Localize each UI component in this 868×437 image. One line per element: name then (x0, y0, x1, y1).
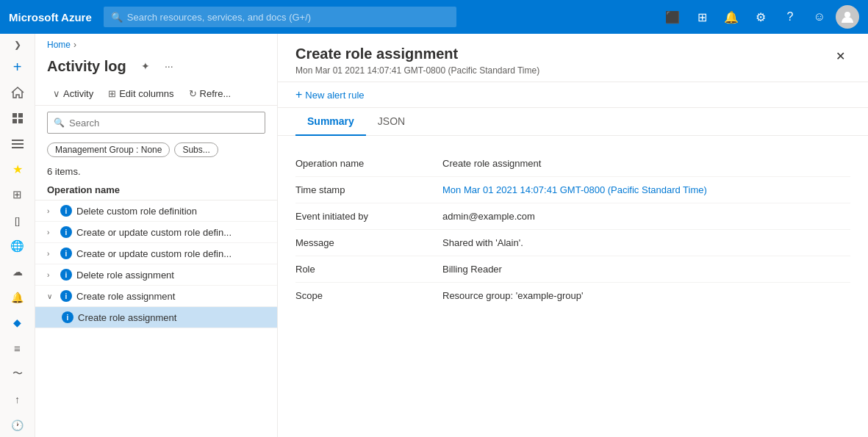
sidebar-diamond[interactable]: ◆ (3, 311, 32, 335)
chevron-icon: › (47, 228, 56, 236)
refresh-btn[interactable]: ↻ Refre... (183, 85, 237, 102)
sidebar-clock[interactable]: 🕐 (3, 413, 32, 437)
main-layout: ❯ + ★ ⊞ [] 🌐 ☁ 🔔 ◆ ≡ 〜 ↑ 🕐 Home › Activi… (0, 34, 868, 437)
sidebar-cloud[interactable]: ☁ (3, 259, 32, 283)
bell-icon[interactable]: 🔔 (718, 4, 745, 30)
list-item-selected[interactable]: i Create role assignment (35, 307, 277, 328)
table-row: Message Shared with 'Alain'. (295, 230, 850, 256)
svg-rect-7 (12, 147, 24, 148)
svg-rect-3 (12, 119, 17, 123)
sidebar-globe[interactable]: 🌐 (3, 234, 32, 259)
filter-tags: Management Group : None Subs... (35, 140, 277, 163)
tab-json[interactable]: JSON (366, 108, 417, 136)
terminal-icon[interactable]: ⬛ (659, 4, 686, 30)
field-label: Role (295, 256, 442, 283)
breadcrumb-separator: › (73, 40, 76, 50)
list-item[interactable]: › i Create or update custom role defin..… (35, 243, 277, 264)
app-brand: Microsoft Azure (9, 11, 92, 24)
info-icon: i (60, 205, 72, 217)
panel-title: Activity log (47, 58, 126, 75)
field-value: Billing Reader (442, 256, 850, 283)
item-text: Delete role assignment (76, 270, 265, 281)
close-button[interactable]: ✕ (830, 46, 850, 66)
filter-tag-mgmt[interactable]: Management Group : None (47, 142, 170, 157)
search-bar[interactable]: 🔍 (47, 112, 265, 134)
refresh-label: Refre... (200, 88, 232, 99)
feedback-icon[interactable]: ☺ (806, 4, 833, 30)
alert-rule-label: New alert rule (305, 90, 364, 101)
search-icon: 🔍 (111, 12, 123, 23)
table-row: Role Billing Reader (295, 256, 850, 283)
activity-log-panel: Home › Activity log ✦ ··· ∨ Activity ⊞ E… (35, 34, 278, 437)
list-item[interactable]: › i Create or update custom role defin..… (35, 222, 277, 243)
breadcrumb: Home › (35, 34, 277, 53)
detail-title: Create role assignment (295, 46, 539, 62)
pin-icon[interactable]: ✦ (135, 56, 156, 76)
table-row: Time stamp Mon Mar 01 2021 14:07:41 GMT-… (295, 177, 850, 203)
info-icon: i (60, 226, 72, 238)
list-item[interactable]: › i Delete role assignment (35, 264, 277, 286)
item-text: Delete custom role definition (76, 206, 265, 217)
sidebar-grid[interactable]: ⊞ (3, 183, 32, 207)
new-alert-rule-btn[interactable]: + New alert rule (278, 82, 868, 108)
item-text: Create or update custom role defin... (76, 227, 265, 238)
field-label: Scope (295, 283, 442, 309)
top-navigation: Microsoft Azure 🔍 ⬛ ⊞ 🔔 ⚙ ? ☺ (0, 0, 868, 34)
panel-header: Activity log ✦ ··· (35, 53, 277, 82)
tab-summary[interactable]: Summary (295, 108, 366, 136)
item-text: Create role assignment (76, 291, 265, 302)
info-icon: i (62, 311, 73, 323)
column-header: Operation name (35, 180, 277, 201)
edit-columns-label: Edit columns (119, 88, 173, 99)
global-search-input[interactable] (127, 12, 449, 23)
detail-title-group: Create role assignment Mon Mar 01 2021 1… (295, 46, 539, 76)
item-text: Create or update custom role defin... (76, 248, 265, 259)
sidebar-favorites[interactable]: ★ (3, 157, 32, 181)
more-icon[interactable]: ··· (159, 56, 179, 76)
svg-point-0 (844, 12, 850, 18)
global-search-container[interactable]: 🔍 (104, 7, 456, 27)
field-label: Message (295, 230, 442, 256)
field-value: Shared with 'Alain'. (442, 230, 850, 256)
help-icon[interactable]: ? (777, 4, 803, 30)
sidebar: ❯ + ★ ⊞ [] 🌐 ☁ 🔔 ◆ ≡ 〜 ↑ 🕐 (0, 34, 35, 437)
nav-icon-group: ⬛ ⊞ 🔔 ⚙ ? ☺ (659, 4, 859, 30)
list-item-expanded[interactable]: ∨ i Create role assignment (35, 286, 277, 307)
sidebar-upload[interactable]: ↑ (3, 387, 32, 411)
table-row: Event initiated by admin@example.com (295, 203, 850, 230)
list-item[interactable]: › i Delete custom role definition (35, 201, 277, 222)
filter-tag-subs[interactable]: Subs... (174, 142, 218, 157)
edit-columns-btn[interactable]: ⊞ Edit columns (102, 85, 179, 102)
avatar[interactable] (836, 5, 859, 29)
info-icon: i (60, 248, 72, 259)
sidebar-dashboard[interactable] (3, 106, 32, 131)
settings-icon[interactable]: ⚙ (747, 4, 774, 30)
list-items: › i Delete custom role definition › i Cr… (35, 201, 277, 437)
field-label: Time stamp (295, 177, 442, 203)
sidebar-wavy[interactable]: 〜 (3, 362, 32, 386)
panel-header-actions: ✦ ··· (135, 56, 179, 76)
sidebar-home[interactable] (3, 81, 32, 105)
activity-btn[interactable]: ∨ Activity (47, 85, 99, 102)
directory-icon[interactable]: ⊞ (689, 4, 715, 30)
field-value-link[interactable]: Mon Mar 01 2021 14:07:41 GMT-0800 (Pacif… (442, 177, 850, 203)
breadcrumb-home[interactable]: Home (47, 40, 71, 50)
sidebar-expand-btn[interactable]: ❯ (3, 37, 32, 54)
detail-table: Operation name Create role assignment Ti… (295, 151, 850, 308)
toolbar: ∨ Activity ⊞ Edit columns ↻ Refre... (35, 82, 277, 106)
sidebar-list[interactable]: ≡ (3, 336, 32, 361)
item-text: Create role assignment (78, 312, 265, 323)
sidebar-bracket[interactable]: [] (3, 209, 32, 233)
info-icon: i (60, 269, 72, 281)
plus-icon: + (295, 88, 302, 101)
columns-icon: ⊞ (108, 88, 116, 99)
chevron-down-icon: ∨ (47, 292, 56, 300)
detail-header: Create role assignment Mon Mar 01 2021 1… (278, 34, 868, 82)
detail-panel: Create role assignment Mon Mar 01 2021 1… (278, 34, 868, 437)
info-icon: i (60, 290, 72, 302)
sidebar-allservices[interactable] (3, 131, 32, 156)
sidebar-create-resource[interactable]: + (3, 55, 32, 79)
search-input[interactable] (69, 118, 259, 129)
svg-rect-5 (12, 140, 24, 141)
sidebar-bell[interactable]: 🔔 (3, 285, 32, 309)
